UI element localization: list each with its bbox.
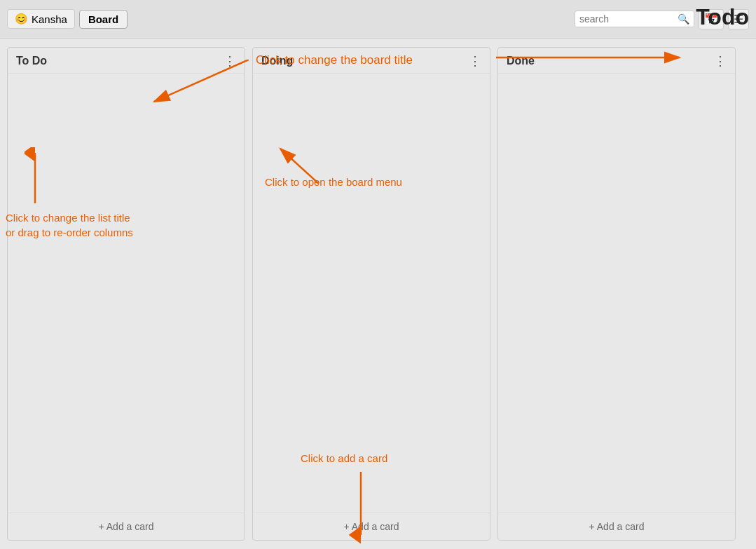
column-done-footer: + Add a card [498, 513, 735, 540]
column-todo-footer: + Add a card [8, 513, 245, 540]
kansha-icon: 😊 [15, 13, 28, 25]
column-doing-header: Doing ⋮ [253, 48, 490, 74]
column-todo-header: To Do ⋮ [8, 48, 245, 74]
column-done-menu-button[interactable]: ⋮ [714, 55, 727, 67]
column-done-body [498, 74, 735, 513]
list-icon: ☰ [734, 13, 743, 25]
header-right: 🔍 📅 ☰ [575, 9, 749, 29]
list-view-button[interactable]: ☰ [728, 9, 749, 29]
column-done-title[interactable]: Done [507, 55, 535, 67]
board-area: To Do ⋮ + Add a card Doing ⋮ + Add a car… [0, 39, 756, 549]
column-todo-title[interactable]: To Do [16, 55, 47, 67]
app-container: 😊 Kansha Board 🔍 📅 ☰ Todo [0, 0, 756, 549]
header: 😊 Kansha Board 🔍 📅 ☰ [0, 0, 756, 39]
column-done-header: Done ⋮ [498, 48, 735, 74]
column-todo-body [8, 74, 245, 513]
column-doing-title[interactable]: Doing [261, 55, 293, 67]
kansha-button[interactable]: 😊 Kansha [7, 9, 75, 29]
header-left: 😊 Kansha Board [7, 9, 128, 29]
column-todo-menu-button[interactable]: ⋮ [224, 55, 236, 67]
column-done-add-card-button[interactable]: + Add a card [589, 521, 644, 532]
search-wrapper: 🔍 [575, 11, 694, 27]
board-button[interactable]: Board [79, 10, 128, 29]
search-icon-button[interactable]: 🔍 [678, 13, 689, 25]
column-done: Done ⋮ + Add a card [497, 47, 736, 541]
column-doing-body [253, 74, 490, 513]
calendar-button[interactable]: 📅 [699, 9, 724, 29]
search-input[interactable] [579, 13, 678, 25]
column-doing-add-card-button[interactable]: + Add a card [343, 521, 399, 532]
column-todo-add-card-button[interactable]: + Add a card [98, 521, 153, 532]
column-todo: To Do ⋮ + Add a card [7, 47, 245, 541]
calendar-icon: 📅 [704, 13, 718, 25]
column-doing: Doing ⋮ + Add a card [252, 47, 490, 541]
kansha-label: Kansha [32, 13, 67, 25]
column-doing-footer: + Add a card [253, 513, 490, 540]
board-label: Board [88, 13, 118, 25]
column-doing-menu-button[interactable]: ⋮ [469, 55, 481, 67]
